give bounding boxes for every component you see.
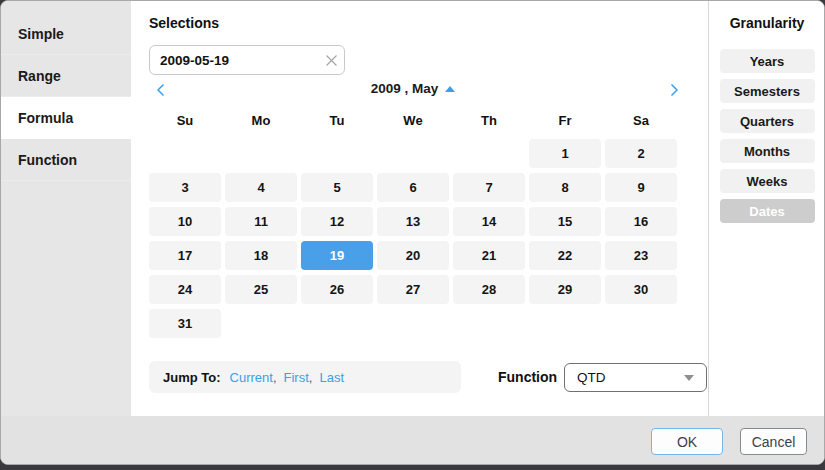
date-cell-empty [301, 309, 373, 338]
selection-input-wrapper [149, 45, 345, 75]
selections-label: Selections [149, 15, 219, 31]
date-cell-13[interactable]: 13 [377, 207, 449, 236]
selection-date-input[interactable] [150, 53, 318, 68]
date-cell-22[interactable]: 22 [529, 241, 601, 270]
function-select[interactable]: QTD [564, 363, 707, 392]
mode-sidebar: SimpleRangeFormulaFunction [1, 1, 131, 416]
date-cell-empty [225, 309, 297, 338]
comma-separator: , [309, 370, 313, 385]
tab-range[interactable]: Range [1, 55, 131, 97]
granularity-weeks-button[interactable]: Weeks [720, 169, 815, 193]
date-cell-5[interactable]: 5 [301, 173, 373, 202]
cancel-button[interactable]: Cancel [740, 428, 807, 455]
day-header-tu: Tu [301, 113, 373, 128]
date-cell-17[interactable]: 17 [149, 241, 221, 270]
jump-first-link[interactable]: First [284, 370, 309, 385]
date-cell-24[interactable]: 24 [149, 275, 221, 304]
date-cell-7[interactable]: 7 [453, 173, 525, 202]
function-label: Function [498, 369, 557, 385]
main-panel: Selections 2009 , May [131, 1, 708, 416]
date-cell-empty [225, 139, 297, 168]
jump-last-link[interactable]: Last [319, 370, 344, 385]
date-cell-4[interactable]: 4 [225, 173, 297, 202]
collapse-arrow-icon [445, 86, 455, 92]
tab-simple[interactable]: Simple [1, 13, 131, 55]
date-cell-19[interactable]: 19 [301, 241, 373, 270]
date-cell-9[interactable]: 9 [605, 173, 677, 202]
date-cell-12[interactable]: 12 [301, 207, 373, 236]
date-cell-23[interactable]: 23 [605, 241, 677, 270]
date-cell-16[interactable]: 16 [605, 207, 677, 236]
tab-formula[interactable]: Formula [1, 97, 131, 139]
date-cell-21[interactable]: 21 [453, 241, 525, 270]
day-header-sa: Sa [605, 113, 677, 128]
date-cell-6[interactable]: 6 [377, 173, 449, 202]
ok-button[interactable]: OK [651, 428, 723, 455]
date-cell-25[interactable]: 25 [225, 275, 297, 304]
date-cell-15[interactable]: 15 [529, 207, 601, 236]
date-cell-11[interactable]: 11 [225, 207, 297, 236]
date-cell-empty [453, 139, 525, 168]
date-cell-20[interactable]: 20 [377, 241, 449, 270]
granularity-semesters-button[interactable]: Semesters [720, 79, 815, 103]
screen-background: SimpleRangeFormulaFunction Selections 20… [0, 0, 825, 470]
granularity-months-button[interactable]: Months [720, 139, 815, 163]
dialog-footer: OK Cancel [1, 416, 824, 465]
date-cell-10[interactable]: 10 [149, 207, 221, 236]
date-cell-31[interactable]: 31 [149, 309, 221, 338]
date-cell-18[interactable]: 18 [225, 241, 297, 270]
date-cell-empty [301, 139, 373, 168]
date-cell-empty [529, 309, 601, 338]
granularity-panel: Granularity YearsSemestersQuartersMonths… [708, 1, 825, 416]
jump-links: Current,First,Last [230, 370, 344, 385]
sidebar-tabs: SimpleRangeFormulaFunction [1, 13, 131, 181]
date-cell-empty [453, 309, 525, 338]
calendar-grid: 1234567891011121314151617181920212223242… [149, 139, 677, 338]
date-cell-2[interactable]: 2 [605, 139, 677, 168]
date-cell-30[interactable]: 30 [605, 275, 677, 304]
date-cell-8[interactable]: 8 [529, 173, 601, 202]
date-cell-empty [605, 309, 677, 338]
date-cell-1[interactable]: 1 [529, 139, 601, 168]
month-year-text: 2009 , May [371, 81, 439, 96]
granularity-buttons: YearsSemestersQuartersMonthsWeeksDates [709, 49, 825, 229]
jump-current-link[interactable]: Current [230, 370, 273, 385]
day-headers-row: SuMoTuWeThFrSa [149, 113, 677, 128]
month-year-label[interactable]: 2009 , May [149, 81, 677, 96]
tab-function[interactable]: Function [1, 139, 131, 181]
granularity-title: Granularity [709, 15, 825, 31]
granularity-dates-button[interactable]: Dates [720, 199, 815, 223]
date-cell-14[interactable]: 14 [453, 207, 525, 236]
date-cell-empty [377, 139, 449, 168]
clear-icon[interactable] [318, 46, 344, 74]
day-header-su: Su [149, 113, 221, 128]
date-picker-dialog: SimpleRangeFormulaFunction Selections 20… [0, 0, 825, 465]
jump-to-label: Jump To: [163, 370, 221, 385]
day-header-fr: Fr [529, 113, 601, 128]
next-month-button[interactable] [665, 81, 683, 99]
jump-to-bar: Jump To: Current,First,Last [149, 361, 461, 393]
date-cell-28[interactable]: 28 [453, 275, 525, 304]
day-header-th: Th [453, 113, 525, 128]
granularity-quarters-button[interactable]: Quarters [720, 109, 815, 133]
date-cell-29[interactable]: 29 [529, 275, 601, 304]
date-cell-27[interactable]: 27 [377, 275, 449, 304]
day-header-mo: Mo [225, 113, 297, 128]
comma-separator: , [273, 370, 277, 385]
day-header-we: We [377, 113, 449, 128]
dropdown-arrow-icon [684, 375, 694, 381]
date-cell-empty [149, 139, 221, 168]
date-cell-empty [377, 309, 449, 338]
granularity-years-button[interactable]: Years [720, 49, 815, 73]
date-cell-26[interactable]: 26 [301, 275, 373, 304]
date-cell-3[interactable]: 3 [149, 173, 221, 202]
function-value: QTD [577, 370, 684, 385]
